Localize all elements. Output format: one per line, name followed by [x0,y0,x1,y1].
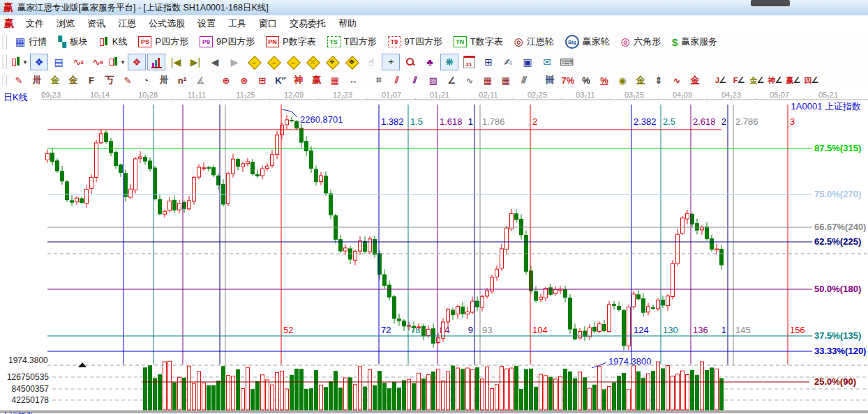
diamond-h-expand[interactable]: ↔ [284,54,302,70]
menu-item-1[interactable]: 浏览 [50,16,81,31]
menu-item-2[interactable]: 资讯 [81,16,112,31]
numbered-grid-icon[interactable]: ▦ [327,72,343,88]
angle-si-icon[interactable]: 四∠ [803,72,820,88]
zigzag-icon[interactable]: ∿ [461,72,478,88]
toolbar-gripper[interactable] [2,75,7,86]
plain-ruler-icon[interactable]: 卅 [156,72,172,88]
red-grid-1-icon[interactable]: ▦ [479,72,496,88]
gold-ruler-2-icon[interactable]: 金 [65,72,82,88]
ruler-tool-icon[interactable]: 卅 [29,72,45,88]
workstation-button[interactable]: ⌨ [558,54,576,70]
grid-box-icon[interactable]: ⊞ [254,72,271,88]
spiral-tool-icon[interactable]: 丂 [101,72,118,88]
gold-ruler-1-icon[interactable]: 金 [47,72,63,88]
parallel-lines-icon[interactable]: ⫻ [516,72,532,88]
period-candle-dropdown[interactable]: ▼ [10,54,29,70]
percent-7-icon[interactable]: 7% [560,72,576,88]
kline-button[interactable]: K线 [93,33,133,50]
pen-ruler-icon[interactable]: ✎ [119,72,136,88]
notes-button[interactable]: ✍ [499,54,517,70]
angle-f-icon[interactable]: F∠ [731,72,747,88]
menu-item-0[interactable]: 文件 [20,16,50,31]
gold-underline-icon[interactable]: 金 [687,72,703,88]
h-measure-icon[interactable]: ↔ [345,72,361,88]
shen-ruler-icon[interactable]: 神 [290,72,307,88]
angle-shen-icon[interactable]: 神∠ [767,72,784,88]
brush-tool-icon[interactable]: ✎ [10,72,27,88]
winner-wheel-button[interactable]: Big赢家轮 [560,33,615,51]
gann-net-button[interactable]: ❋ [440,54,458,70]
calendar-button[interactable]: 21 [460,54,478,70]
menu-item-3[interactable]: 江恩 [112,16,142,31]
percent-line-icon[interactable]: % [596,72,613,88]
t-square-button[interactable]: TST四方形 [322,33,382,50]
quotes-button[interactable]: ▦行情 [10,33,52,50]
calculator-button[interactable]: ⊞ [479,54,497,70]
wave-9-icon[interactable]: ∿9 [89,54,107,70]
n-square-icon[interactable]: n² [174,72,190,88]
toolbar-gripper[interactable] [2,35,7,49]
percent-icon[interactable]: % [578,72,594,88]
time-clock-icon[interactable]: ◔ [137,72,154,88]
v-pen-icon[interactable]: ⇕ [650,72,667,88]
box-measure-icon[interactable]: ⌗ [371,72,387,88]
gann-fan-purple-icon[interactable]: ⫽ [407,72,424,88]
angle-gold-icon[interactable]: 金∠ [749,72,765,88]
scale-comb-icon[interactable]: 卌 [541,72,558,88]
crosshair-button[interactable]: ＋ [382,54,400,70]
menu-item-4[interactable]: 公式选股 [142,16,191,31]
menu-item-5[interactable]: 设置 [191,16,222,31]
gann-grid-purple-icon[interactable]: ▧ [425,72,442,88]
gann-fan-red-icon[interactable]: ⫽ [389,72,405,88]
star-circle-icon[interactable]: ⊛ [236,72,253,88]
hexagon-button[interactable]: ◎六角形 [615,33,666,50]
ying-ruler-icon[interactable]: 赢 [308,72,325,88]
p-number-table-button[interactable]: PNP数字表 [260,33,322,50]
diamond-4way[interactable]: ✛ [323,54,341,70]
winner-service-button[interactable]: $赢家服务 [666,33,723,50]
menu-item-9[interactable]: 帮助 [332,16,363,31]
info-list-icon[interactable]: ▤ [50,54,68,70]
sectors-button[interactable]: ▚板块 [52,33,93,50]
save-button[interactable]: ▣ [518,54,537,70]
menu-item-6[interactable]: 工具 [222,16,253,31]
zoom-button[interactable] [401,54,419,70]
angle-ying-icon[interactable]: 赢∠ [785,72,802,88]
hand-tool-button[interactable]: ☝ [362,54,380,70]
diamond-left-arrow[interactable]: ← [245,54,263,70]
volume-histogram-icon[interactable] [147,54,165,70]
first-page-button[interactable]: |◀ [167,54,185,70]
9p-square-button[interactable]: P99P四方形 [194,33,260,50]
red-net-icon[interactable]: ❖ [128,54,146,70]
diamond-4way-large[interactable]: ✥ [343,54,361,70]
diamond-collapse[interactable]: ⤬ [304,54,322,70]
volume-bar [271,385,274,410]
gold-level-icon[interactable]: 金 [632,72,649,88]
last-page-button[interactable]: ▶| [186,54,204,70]
wave-a-icon[interactable]: ∿ [668,72,685,88]
pattern-tool-button[interactable]: ♣ [421,54,439,70]
k-mark-icon[interactable]: K″ [272,72,289,88]
fan-lines-icon[interactable]: ∠ [443,72,460,88]
next-bar-button[interactable]: ▶ [225,54,244,70]
angle-a-icon[interactable]: ∡ [192,72,209,88]
p-square-button[interactable]: PSP四方形 [133,33,194,50]
toolbar-gripper[interactable] [2,55,7,69]
diamond-right-arrow[interactable]: → [264,54,283,70]
circle-cross-icon[interactable]: ⊕ [218,72,234,88]
9t-square-button[interactable]: T99T四方形 [382,33,448,50]
wave-3-icon[interactable]: ∿3 [69,54,87,70]
menu-item-8[interactable]: 交易委托 [283,16,332,31]
blue-net-icon[interactable]: ❖ [30,54,48,70]
thin-candle-dropdown[interactable]: ▼ [108,54,126,70]
red-grid-2-icon[interactable]: ▦ [497,72,514,88]
fib-ruler-icon[interactable]: F [83,72,100,88]
gann-wheel-button[interactable]: ◎江恩轮 [509,33,560,50]
prev-bar-button[interactable]: ◀ [206,54,224,70]
chart-canvas[interactable]: 09-2310-1410-2811-1111-2512-0912-2301-07… [0,89,868,414]
menu-item-7[interactable]: 窗口 [253,16,283,31]
mail-globe-button[interactable]: ✉ [538,54,556,70]
gold-circle-icon[interactable]: ◉ [614,72,631,88]
t-number-table-button[interactable]: TNT数字表 [448,33,509,50]
angle-j-icon[interactable]: J∠ [712,72,729,88]
